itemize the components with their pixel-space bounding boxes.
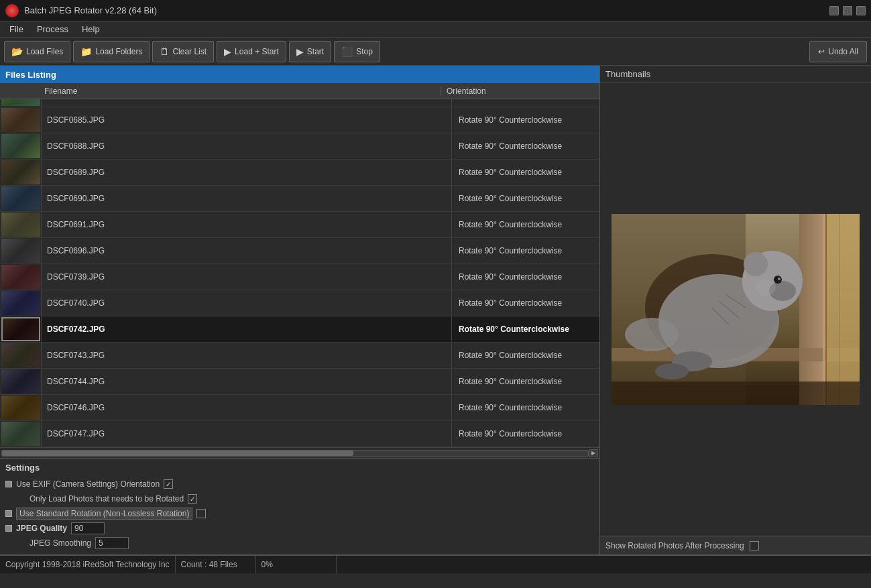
close-button[interactable] xyxy=(856,6,866,15)
status-right xyxy=(337,556,871,573)
file-list-container: DSCF0684.JPGRotate 90° CounterclockwiseD… xyxy=(0,99,599,447)
svg-rect-2 xyxy=(799,214,826,405)
use-exif-label: Use EXIF (Camera Settings) Orientation xyxy=(16,479,160,489)
load-start-button[interactable]: ▶ Load + Start xyxy=(217,41,286,62)
load-folders-button[interactable]: 📁 Load Folders xyxy=(73,41,150,62)
undo-all-button[interactable]: ↩ Undo All xyxy=(809,41,867,62)
main-thumbnail xyxy=(612,214,860,405)
table-row[interactable]: DSCF0744.JPGRotate 90° Counterclockwise xyxy=(0,369,599,395)
file-thumbnail xyxy=(0,264,42,290)
status-progress: 0% xyxy=(256,556,337,573)
thumbnails-header: Thumbnails xyxy=(600,66,871,83)
stop-icon: ⬛ xyxy=(341,47,353,56)
orientation-col-header: Orientation xyxy=(441,86,589,96)
file-orientation-cell: Rotate 90° Counterclockwise xyxy=(452,133,599,159)
show-rotated-label: Show Rotated Photos After Processing xyxy=(605,541,744,550)
file-orientation-cell: Rotate 90° Counterclockwise xyxy=(452,212,599,237)
file-thumbnail xyxy=(0,395,42,420)
table-row[interactable]: DSCF0691.JPGRotate 90° Counterclockwise xyxy=(0,212,599,238)
jpeg-quality-bullet xyxy=(5,525,12,532)
app-icon xyxy=(5,4,19,17)
table-row[interactable]: DSCF0743.JPGRotate 90° Counterclockwise xyxy=(0,343,599,369)
file-list[interactable]: DSCF0684.JPGRotate 90° CounterclockwiseD… xyxy=(0,99,599,447)
jpeg-quality-input[interactable] xyxy=(71,522,105,534)
file-name-cell: DSCF0742.JPG xyxy=(42,316,452,342)
file-orientation-cell: Rotate 90° Counterclockwise xyxy=(452,107,599,133)
file-thumbnail xyxy=(0,212,42,237)
use-exif-bullet xyxy=(5,481,12,487)
file-orientation-cell: Rotate 90° Counterclockwise xyxy=(452,343,599,368)
table-row[interactable]: DSCF0696.JPGRotate 90° Counterclockwise xyxy=(0,238,599,264)
file-orientation-cell: Rotate 90° Counterclockwise xyxy=(452,186,599,211)
use-standard-checkbox[interactable] xyxy=(196,509,206,518)
file-thumbnail xyxy=(0,290,42,316)
titlebar: Batch JPEG Rotator v2.28 (64 Bit) xyxy=(0,0,871,21)
table-row[interactable]: DSCF0690.JPGRotate 90° Counterclockwise xyxy=(0,186,599,212)
settings-panel: Settings Use EXIF (Camera Settings) Orie… xyxy=(0,458,599,554)
use-standard-row: Use Standard Rotation (Non-Lossless Rota… xyxy=(5,506,594,521)
column-headers: Filename Orientation xyxy=(0,83,599,99)
svg-point-9 xyxy=(774,276,782,284)
only-load-label: Only Load Photos that needs to be Rotate… xyxy=(30,494,184,504)
svg-point-10 xyxy=(778,278,780,280)
maximize-button[interactable] xyxy=(843,6,852,15)
file-name-cell: DSCF0747.JPG xyxy=(42,421,452,447)
hscroll-thumb[interactable] xyxy=(2,451,353,456)
menu-help[interactable]: Help xyxy=(75,23,107,36)
stop-button[interactable]: ⬛ Stop xyxy=(334,41,380,62)
table-row[interactable]: DSCF0684.JPGRotate 90° Counterclockwise xyxy=(0,99,599,107)
show-rotated-checkbox[interactable] xyxy=(750,541,759,550)
app-title: Batch JPEG Rotator v2.28 (64 Bit) xyxy=(24,5,157,15)
file-name-cell: DSCF0690.JPG xyxy=(42,186,452,211)
files-listing-header: Files Listing xyxy=(0,66,599,83)
file-thumbnail xyxy=(0,316,42,342)
table-row[interactable]: DSCF0739.JPGRotate 90° Counterclockwise xyxy=(0,264,599,290)
hscroll-track[interactable] xyxy=(1,450,589,457)
file-thumbnail xyxy=(0,343,42,368)
table-row[interactable]: DSCF0685.JPGRotate 90° Counterclockwise xyxy=(0,107,599,133)
file-name-cell: DSCF0740.JPG xyxy=(42,290,452,316)
horizontal-scrollbar[interactable]: ▶ xyxy=(0,447,599,458)
file-thumbnail xyxy=(0,369,42,394)
file-name-cell: DSCF0696.JPG xyxy=(42,238,452,263)
load-start-icon: ▶ xyxy=(224,47,231,56)
svg-point-12 xyxy=(655,363,689,379)
svg-point-21 xyxy=(756,280,776,296)
file-name-cell: DSCF0684.JPG xyxy=(42,99,452,107)
file-name-cell: DSCF0685.JPG xyxy=(42,107,452,133)
jpeg-quality-row: JPEG Quality xyxy=(5,521,594,536)
file-thumbnail xyxy=(0,421,42,447)
menu-file[interactable]: File xyxy=(3,23,30,36)
load-files-icon: 📂 xyxy=(11,47,23,56)
file-thumbnail xyxy=(0,99,42,107)
file-name-cell: DSCF0688.JPG xyxy=(42,133,452,159)
file-thumbnail xyxy=(0,133,42,159)
jpeg-smoothing-input[interactable] xyxy=(95,537,129,549)
hscroll-right-arrow[interactable]: ▶ xyxy=(589,449,598,457)
file-thumbnail xyxy=(0,107,42,133)
file-name-cell: DSCF0689.JPG xyxy=(42,160,452,185)
jpeg-smoothing-row: JPEG Smoothing xyxy=(5,536,594,550)
filename-col-header: Filename xyxy=(42,86,441,96)
table-row[interactable]: DSCF0689.JPGRotate 90° Counterclockwise xyxy=(0,160,599,186)
menu-process[interactable]: Process xyxy=(30,23,75,36)
use-exif-checkbox[interactable] xyxy=(164,479,173,489)
left-panel: Files Listing Filename Orientation DSCF0… xyxy=(0,66,600,554)
settings-title: Settings xyxy=(5,463,594,473)
table-row[interactable]: DSCF0747.JPGRotate 90° Counterclockwise xyxy=(0,421,599,447)
table-row[interactable]: DSCF0742.JPGRotate 90° Counterclockwise xyxy=(0,316,599,343)
minimize-button[interactable] xyxy=(829,6,839,15)
table-row[interactable]: DSCF0746.JPGRotate 90° Counterclockwise xyxy=(0,395,599,421)
clear-list-button[interactable]: 🗒 Clear List xyxy=(152,41,214,62)
file-orientation-cell: Rotate 90° Counterclockwise xyxy=(452,264,599,290)
statusbar: Copyright 1998-2018 iRedSoft Technology … xyxy=(0,554,871,573)
clear-list-icon: 🗒 xyxy=(160,47,169,56)
table-row[interactable]: DSCF0688.JPGRotate 90° Counterclockwise xyxy=(0,133,599,160)
thumbnail-display xyxy=(600,83,871,536)
load-files-button[interactable]: 📂 Load Files xyxy=(4,41,70,62)
table-row[interactable]: DSCF0740.JPGRotate 90° Counterclockwise xyxy=(0,290,599,316)
start-button[interactable]: ▶ Start xyxy=(289,41,331,62)
file-thumbnail xyxy=(0,186,42,211)
file-orientation-cell: Rotate 90° Counterclockwise xyxy=(452,99,599,107)
only-load-checkbox[interactable] xyxy=(188,494,197,504)
